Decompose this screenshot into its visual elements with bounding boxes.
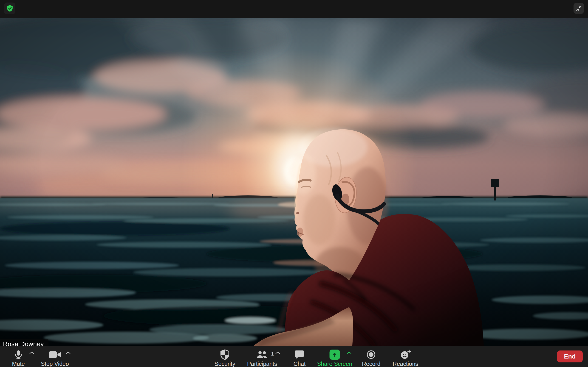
chat-bubble-icon bbox=[294, 349, 305, 361]
reactions-smiley-icon bbox=[400, 349, 411, 361]
toolbar-button-chat[interactable]: Chat bbox=[294, 346, 306, 367]
share-screen-icon bbox=[330, 350, 340, 360]
end-meeting-button[interactable]: End bbox=[557, 350, 583, 362]
video-camera-icon bbox=[48, 349, 61, 361]
plus-icon bbox=[408, 350, 410, 352]
participants-count-badge: 1 bbox=[271, 351, 274, 357]
chat-label: Chat bbox=[294, 361, 306, 367]
chevron-up-icon bbox=[29, 351, 35, 354]
toolbar-button-participants[interactable]: 1 Participants bbox=[247, 346, 277, 367]
security-shield-icon bbox=[220, 349, 230, 361]
meeting-info-shield-button[interactable] bbox=[4, 2, 15, 14]
zoom-meeting-window: Rosa Downey Mute bbox=[0, 0, 588, 367]
record-icon bbox=[366, 349, 376, 361]
ocean-sunset-scene bbox=[0, 18, 588, 346]
toolbar-button-mute[interactable]: Mute bbox=[12, 346, 25, 367]
participants-label: Participants bbox=[247, 361, 277, 367]
video-feed: Rosa Downey bbox=[0, 18, 588, 346]
stop-video-label: Stop Video bbox=[41, 361, 69, 367]
vignette bbox=[0, 18, 588, 346]
toolbar-button-share-screen[interactable]: Share Screen bbox=[317, 346, 352, 367]
exit-fullscreen-icon bbox=[575, 5, 582, 12]
meeting-top-bar bbox=[0, 0, 588, 18]
mute-options-chevron[interactable] bbox=[29, 351, 35, 355]
reactions-label: Reactions bbox=[393, 361, 418, 367]
toolbar-button-record[interactable]: Record bbox=[362, 346, 380, 367]
microphone-icon bbox=[13, 349, 24, 361]
video-options-chevron[interactable] bbox=[65, 351, 71, 355]
shield-check-icon bbox=[6, 5, 13, 12]
mute-label: Mute bbox=[12, 361, 25, 367]
record-label: Record bbox=[362, 361, 380, 367]
toolbar-button-security[interactable]: Security bbox=[215, 346, 235, 367]
participants-icon: 1 bbox=[255, 349, 269, 361]
exit-fullscreen-button[interactable] bbox=[573, 3, 584, 14]
share-options-chevron[interactable] bbox=[346, 351, 352, 355]
meeting-control-bar: Mute Stop Video bbox=[0, 346, 588, 367]
share-screen-label: Share Screen bbox=[317, 361, 352, 367]
chevron-up-icon bbox=[65, 351, 71, 354]
toolbar-button-stop-video[interactable]: Stop Video bbox=[41, 346, 69, 367]
security-label: Security bbox=[215, 361, 235, 367]
chevron-up-icon bbox=[346, 351, 352, 354]
participants-options-chevron[interactable] bbox=[275, 351, 280, 355]
toolbar-button-reactions[interactable]: Reactions bbox=[393, 346, 418, 367]
chevron-up-icon bbox=[275, 351, 280, 354]
